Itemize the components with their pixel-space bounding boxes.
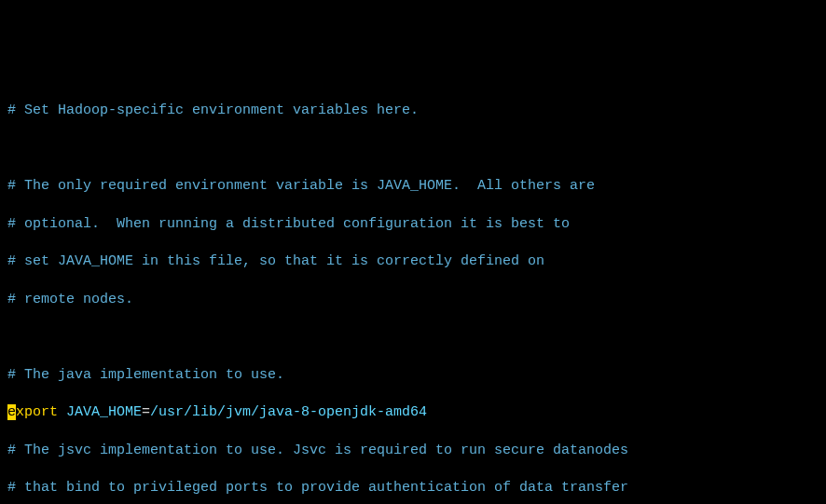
keyword-export: xport [16, 404, 58, 420]
comment-text: # remote nodes. [7, 292, 133, 307]
path-value: /usr/lib/jvm/java-8-openjdk-amd64 [150, 404, 427, 420]
code-line: # The only required environment variable… [7, 177, 819, 196]
comment-text: # The only required environment variable… [7, 178, 595, 194]
cursor: e [7, 404, 16, 420]
code-line: # Set Hadoop-specific environment variab… [7, 102, 819, 120]
comment-text: # set JAVA_HOME in this file, so that it… [7, 253, 544, 269]
terminal-editor[interactable]: # Set Hadoop-specific environment variab… [7, 83, 819, 504]
comment-text: # that bind to privileged ports to provi… [7, 480, 628, 496]
comment-text: # The java implementation to use. [7, 367, 284, 383]
code-line: # that bind to privileged ports to provi… [7, 479, 819, 497]
code-line: # The jsvc implementation to use. Jsvc i… [7, 442, 819, 460]
equals: = [142, 404, 150, 420]
blank-line [7, 140, 819, 158]
comment-text: # Set Hadoop-specific environment variab… [7, 102, 419, 118]
comment-text: # optional. When running a distributed c… [7, 216, 570, 232]
code-line: # set JAVA_HOME in this file, so that it… [7, 252, 819, 271]
variable: JAVA_HOME [58, 404, 142, 420]
blank-line [7, 328, 819, 347]
code-line: # optional. When running a distributed c… [7, 215, 819, 234]
code-line: # remote nodes. [7, 291, 819, 309]
code-line: export JAVA_HOME=/usr/lib/jvm/java-8-ope… [7, 403, 819, 422]
code-line: # The java implementation to use. [7, 366, 819, 385]
comment-text: # The jsvc implementation to use. Jsvc i… [7, 443, 628, 458]
